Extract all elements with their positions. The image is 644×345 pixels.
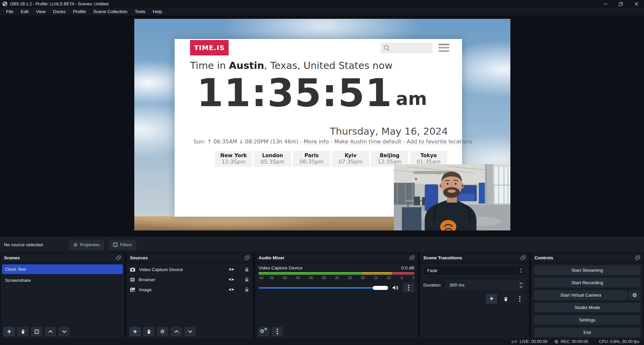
spin-up-icon[interactable] xyxy=(519,283,523,285)
chevron-down-icon xyxy=(188,330,192,333)
make-default-link: Make Austin time default xyxy=(334,138,401,145)
add-scene-button[interactable]: + xyxy=(3,327,15,337)
audio-mixer-dock-header: Audio Mixer xyxy=(255,253,418,263)
source-label: Video Capture Device xyxy=(139,267,183,272)
menu-scene-collection[interactable]: Scene Collection xyxy=(90,8,131,16)
source-row-browser[interactable]: Browser xyxy=(127,274,253,285)
status-bar: LIVE: 00:00:00 REC: 00:00:00 CPU: 0.6%, … xyxy=(0,338,644,345)
scene-item-screenshare[interactable]: Screenshare xyxy=(2,275,123,285)
move-scene-down-button[interactable] xyxy=(58,327,70,337)
visibility-eye-icon[interactable] xyxy=(228,278,234,281)
duration-spinbox[interactable]: 300 ms xyxy=(446,280,525,290)
lock-icon[interactable] xyxy=(245,277,249,282)
filters-label: Filters xyxy=(120,242,132,247)
add-favorite-link: Add to favorite locations xyxy=(407,138,472,145)
gear-icon: ⚙ xyxy=(74,242,78,248)
trash-icon xyxy=(21,329,25,334)
live-off-icon xyxy=(511,340,517,344)
visibility-eye-icon[interactable] xyxy=(228,268,234,271)
lock-icon[interactable] xyxy=(245,267,249,272)
audio-mixer-dock: Audio Mixer Video Capture Device 0.0 dB … xyxy=(255,253,418,338)
remove-scene-button[interactable] xyxy=(17,327,29,337)
virtual-camera-settings-button[interactable]: ⚙ xyxy=(629,290,641,300)
chevron-up-icon xyxy=(174,330,179,333)
start-virtual-camera-button[interactable]: Start Virtual Camera xyxy=(534,290,628,300)
city-kyiv: Kyiv07:35pm xyxy=(332,151,369,167)
scenes-dock: Scenes Clock Test Screenshare + xyxy=(1,253,124,338)
kebab-menu-icon xyxy=(519,298,520,300)
menu-edit[interactable]: Edit xyxy=(17,8,32,16)
spin-down-icon[interactable] xyxy=(519,286,523,288)
trash-icon xyxy=(504,297,508,301)
mixer-channel-menu-button[interactable] xyxy=(403,283,414,293)
settings-button[interactable]: Settings xyxy=(534,315,641,325)
preview-canvas-area: TIME.IS Time in Austin, Texas, United St… xyxy=(0,16,644,237)
menu-tools[interactable]: Tools xyxy=(131,8,149,16)
move-source-down-button[interactable] xyxy=(184,327,196,337)
heading-prefix: Time in xyxy=(190,60,229,71)
source-label: Browser xyxy=(139,277,155,282)
transition-properties-button[interactable] xyxy=(514,294,525,304)
plus-icon: + xyxy=(7,328,11,336)
transitions-body: Fade Duration 300 ms + xyxy=(420,263,529,338)
scenes-toolbar: + xyxy=(1,325,124,338)
separator: - xyxy=(298,138,304,145)
filters-button[interactable]: Filters xyxy=(109,240,136,250)
timeis-clock: 11:35:51 am xyxy=(197,72,427,114)
source-label: Image xyxy=(139,287,152,292)
rec-timer: REC: 00:00:00 xyxy=(561,339,588,344)
scene-item-clock-test[interactable]: Clock Test xyxy=(2,264,123,274)
studio-mode-button[interactable]: Studio Mode xyxy=(534,303,641,312)
mixer-toolbar: ⚙⚙ xyxy=(255,325,418,338)
timeis-heading: Time in Austin, Texas, United States now xyxy=(190,60,393,71)
popout-icon[interactable] xyxy=(410,256,414,260)
more-info-link: More info xyxy=(304,138,329,145)
source-row-video-capture[interactable]: Video Capture Device xyxy=(127,264,253,274)
controls-dock-header: Controls xyxy=(531,253,643,263)
duration-value[interactable]: 300 ms xyxy=(446,283,517,288)
add-source-button[interactable]: + xyxy=(129,327,141,337)
close-button[interactable] xyxy=(629,0,644,8)
popout-icon[interactable] xyxy=(521,256,525,260)
menu-profile[interactable]: Profile xyxy=(70,8,90,16)
volume-slider-handle[interactable] xyxy=(373,286,388,290)
remove-transition-button[interactable] xyxy=(500,294,511,304)
chevron-down-icon xyxy=(62,330,66,333)
restore-button[interactable] xyxy=(613,0,629,8)
popout-icon[interactable] xyxy=(635,256,640,260)
popout-icon[interactable] xyxy=(116,256,121,260)
gear-icon: ⚙ xyxy=(160,329,165,335)
source-row-image[interactable]: Image xyxy=(127,285,253,295)
menu-help[interactable]: Help xyxy=(149,8,166,16)
search-icon xyxy=(383,45,390,51)
mixer-menu-button[interactable] xyxy=(272,327,283,337)
filters-icon xyxy=(113,243,118,247)
advanced-audio-icon: ⚙⚙ xyxy=(260,328,267,335)
volume-slider[interactable] xyxy=(259,286,388,290)
sun-times: Sun: ↑ 06:35AM ↓ 08:20PM (13h 46m) xyxy=(193,138,298,145)
add-transition-button[interactable]: + xyxy=(486,294,497,304)
source-properties-button[interactable]: ⚙ xyxy=(157,327,168,337)
start-streaming-button[interactable]: Start Streaming xyxy=(534,265,641,275)
transition-select[interactable]: Fade xyxy=(423,266,525,275)
visibility-eye-icon[interactable] xyxy=(228,288,234,291)
filters-icon xyxy=(35,330,39,334)
scene-filters-button[interactable] xyxy=(31,327,42,337)
advanced-audio-button[interactable]: ⚙⚙ xyxy=(258,327,269,337)
popout-icon[interactable] xyxy=(245,256,249,260)
minimize-button[interactable] xyxy=(598,0,613,8)
menu-file[interactable]: File xyxy=(2,8,17,16)
remove-source-button[interactable] xyxy=(143,327,154,337)
separator: - xyxy=(401,138,407,145)
move-source-up-button[interactable] xyxy=(171,327,182,337)
move-scene-up-button[interactable] xyxy=(45,327,56,337)
lock-icon[interactable] xyxy=(245,287,249,292)
plus-icon: + xyxy=(490,295,494,303)
start-recording-button[interactable]: Start Recording xyxy=(534,278,641,288)
scene-preview[interactable]: TIME.IS Time in Austin, Texas, United St… xyxy=(134,19,510,230)
properties-button[interactable]: ⚙ Properties xyxy=(69,240,104,250)
menu-docks[interactable]: Docks xyxy=(49,8,70,16)
exit-button[interactable]: Exit xyxy=(534,328,641,337)
menu-view[interactable]: View xyxy=(32,8,49,16)
speaker-icon[interactable] xyxy=(392,285,399,290)
